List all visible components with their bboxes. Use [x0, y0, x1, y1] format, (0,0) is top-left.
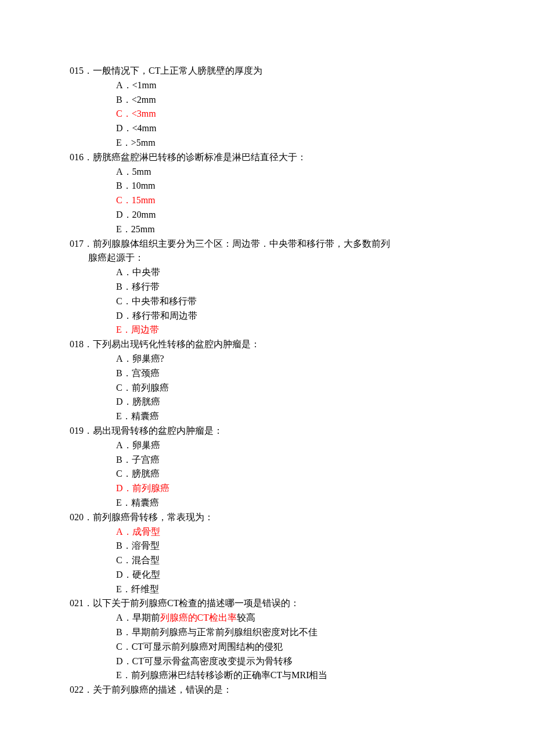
options-list: A．卵巢癌?B．宫颈癌C．前列腺癌D．膀胱癌E．精囊癌: [70, 352, 464, 424]
option-label: E．: [116, 138, 131, 147]
question: 015．一般情况下，CT上正常人膀胱壁的厚度为A．<1mmB．<2mmC．<3m…: [70, 64, 464, 150]
option-text: CT可显示骨盆高密度改变提示为骨转移: [132, 656, 293, 666]
question-stem: 膀胱癌盆腔淋巴转移的诊断标准是淋巴结直径大于：: [93, 152, 306, 162]
question-text: 015．一般情况下，CT上正常人膀胱壁的厚度为: [70, 64, 464, 78]
question-text: 021．以下关于前列腺癌CT检查的描述哪一项是错误的：: [70, 596, 464, 611]
question-stem: 一般情况下，CT上正常人膀胱壁的厚度为: [93, 66, 262, 75]
options-list: A．<1mmB．<2mmC．<3mmD．<4mmE．>5mm: [70, 78, 464, 150]
question: 022．关于前列腺癌的描述，错误的是：: [70, 683, 464, 697]
option: B．<2mm: [116, 93, 464, 107]
option-text: 膀胱癌: [132, 397, 160, 406]
option-label: D．: [116, 311, 132, 321]
option-label: C．: [116, 555, 132, 565]
option: B．宫颈癌: [116, 366, 464, 381]
option-label: B．: [116, 541, 132, 550]
option: B．移行带: [116, 280, 464, 294]
option-label: A．: [116, 267, 132, 277]
option: A．卵巢癌?: [116, 352, 464, 366]
question: 016．膀胱癌盆腔淋巴转移的诊断标准是淋巴结直径大于：A．5mmB．10mmC．…: [70, 150, 464, 237]
option: C．中央带和移行带: [116, 294, 464, 309]
option: C．15mm: [116, 193, 464, 208]
options-list: A．5mmB．10mmC．15mmD．20mmE．25mm: [70, 165, 464, 237]
option-label: C．: [116, 469, 132, 478]
question-text: 019．易出现骨转移的盆腔内肿瘤是：: [70, 424, 464, 438]
options-list: A．早期前列腺癌的CT检出率较高B．早期前列腺癌与正常前列腺组织密度对比不佳C．…: [70, 611, 464, 683]
option-text-highlight: 列腺癌的CT检出率: [160, 613, 237, 622]
option-text: 移行带和周边带: [132, 311, 197, 321]
option: B．10mm: [116, 179, 464, 193]
option-text: 精囊癌: [131, 411, 159, 421]
option-text: 20mm: [132, 210, 156, 219]
option-label: B．: [116, 455, 132, 465]
option-label: A．: [116, 167, 132, 177]
option-label: E．: [116, 498, 131, 507]
question-stem: 关于前列腺癌的描述，错误的是：: [93, 685, 232, 694]
question-number: 016．: [70, 152, 93, 162]
option: C．膀胱癌: [116, 467, 464, 481]
question: 019．易出现骨转移的盆腔内肿瘤是：A．卵巢癌B．子宫癌C．膀胱癌D．前列腺癌E…: [70, 424, 464, 510]
option-text: 前列腺癌淋巴结转移诊断的正确率CT与MRI相当: [131, 670, 328, 680]
option: A．<1mm: [116, 78, 464, 93]
option: E．精囊癌: [116, 409, 464, 424]
option-label: C．: [116, 642, 132, 651]
option-label: B．: [116, 627, 132, 637]
option-text: 15mm: [132, 195, 156, 205]
option: E．精囊癌: [116, 496, 464, 510]
option-text: 10mm: [132, 181, 156, 190]
option: D．前列腺癌: [116, 481, 464, 496]
option-text: 中央带: [132, 267, 160, 277]
option-label: D．: [116, 570, 132, 579]
option: C．混合型: [116, 553, 464, 568]
question-number: 018．: [70, 339, 93, 349]
question: 021．以下关于前列腺癌CT检查的描述哪一项是错误的：A．早期前列腺癌的CT检出…: [70, 596, 464, 683]
question-stem: 前列腺腺体组织主要分为三个区：周边带．中央带和移行带，大多数前列: [93, 239, 390, 249]
question-number: 021．: [70, 598, 93, 608]
option: E．前列腺癌淋巴结转移诊断的正确率CT与MRI相当: [116, 668, 464, 683]
option-label: C．: [116, 296, 132, 306]
option-text: 中央带和移行带: [132, 296, 197, 306]
question-text: 020．前列腺癌骨转移，常表现为：: [70, 510, 464, 525]
options-list: A．成骨型B．溶骨型C．混合型D．硬化型E．纤维型: [70, 525, 464, 597]
option-label: A．: [116, 80, 132, 90]
option-text: 25mm: [131, 224, 155, 234]
option-text: >5mm: [131, 138, 156, 147]
option-text: 宫颈癌: [132, 368, 160, 378]
option-text: 子宫癌: [132, 455, 160, 465]
option-label: C．: [116, 109, 132, 118]
option-label: C．: [116, 195, 132, 205]
option-label: B．: [116, 95, 132, 105]
option-label: E．: [116, 411, 131, 421]
option-text: 前列腺癌: [132, 483, 169, 493]
option-text: 纤维型: [131, 584, 159, 594]
option-label: D．: [116, 123, 132, 133]
option-label: A．: [116, 527, 132, 537]
option: E．纤维型: [116, 582, 464, 597]
option-label: D．: [116, 483, 132, 493]
option: D．<4mm: [116, 121, 464, 136]
question-text: 017．前列腺腺体组织主要分为三个区：周边带．中央带和移行带，大多数前列: [70, 237, 464, 251]
option-text: 成骨型: [132, 527, 160, 537]
option-label: D．: [116, 397, 132, 406]
option-label: A．: [116, 354, 132, 363]
option: D．硬化型: [116, 568, 464, 582]
question-number: 019．: [70, 426, 93, 435]
question: 020．前列腺癌骨转移，常表现为：A．成骨型B．溶骨型C．混合型D．硬化型E．纤…: [70, 510, 464, 597]
option-label: E．: [116, 670, 131, 680]
options-list: A．卵巢癌B．子宫癌C．膀胱癌D．前列腺癌E．精囊癌: [70, 438, 464, 510]
option-text: CT可显示前列腺癌对周围结构的侵犯: [132, 642, 283, 651]
question-text: 022．关于前列腺癌的描述，错误的是：: [70, 683, 464, 697]
option: A．早期前列腺癌的CT检出率较高: [116, 611, 464, 625]
option: E．>5mm: [116, 136, 464, 150]
option: C．CT可显示前列腺癌对周围结构的侵犯: [116, 640, 464, 654]
question-stem: 下列易出现钙化性转移的盆腔内肿瘤是：: [93, 339, 260, 349]
option-text-post: 较高: [237, 613, 255, 622]
option-text: 周边带: [131, 325, 159, 334]
option-text: 早期前列腺癌与正常前列腺组织密度对比不佳: [132, 627, 317, 637]
option-text-pre: 早期前: [132, 613, 160, 622]
question: 017．前列腺腺体组织主要分为三个区：周边带．中央带和移行带，大多数前列腺癌起源…: [70, 237, 464, 338]
question-text-continuation: 腺癌起源于：: [70, 251, 464, 265]
option: E．周边带: [116, 323, 464, 337]
option: B．溶骨型: [116, 539, 464, 553]
option-text: 硬化型: [132, 570, 160, 579]
option: D．CT可显示骨盆高密度改变提示为骨转移: [116, 654, 464, 669]
